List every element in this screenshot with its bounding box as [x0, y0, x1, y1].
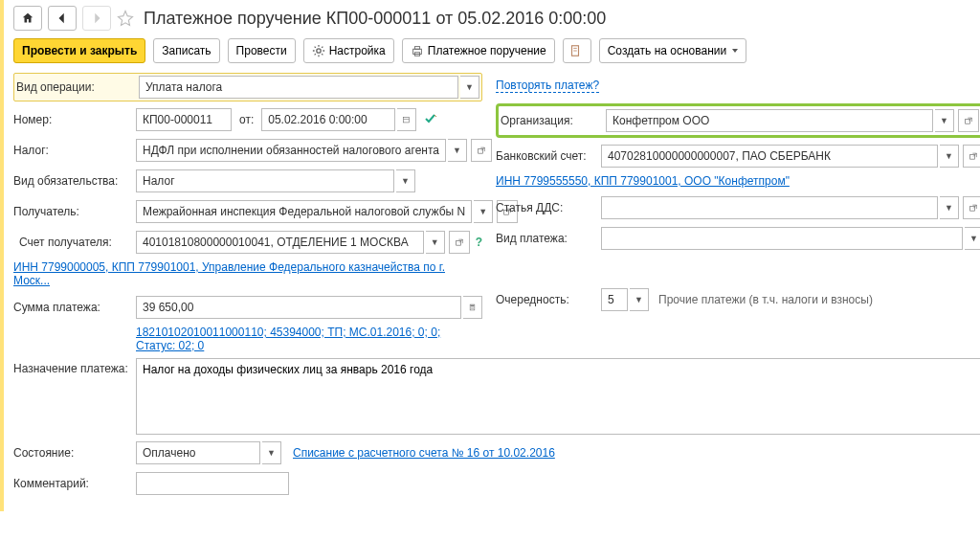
bank-account-label: Банковский счет:: [496, 149, 601, 163]
svg-point-18: [472, 307, 473, 308]
operation-type-select[interactable]: Уплата налога: [139, 76, 458, 99]
number-label: Номер:: [13, 113, 136, 126]
dds-article-dropdown[interactable]: ▼: [940, 196, 959, 219]
recipient-inn-link[interactable]: ИНН 7799000005, КПП 779901001, Управлени…: [13, 260, 445, 287]
obligation-type-dropdown[interactable]: ▼: [396, 169, 415, 192]
payment-type-label: Вид платежа:: [496, 232, 601, 245]
payment-type-dropdown[interactable]: ▼: [965, 227, 980, 250]
page-title: Платежное поручение КП00-000011 от 05.02…: [144, 9, 606, 29]
status-select[interactable]: Оплачено: [136, 441, 260, 464]
payment-order-button[interactable]: Платежное поручение: [402, 38, 555, 63]
calculator-button[interactable]: [463, 296, 482, 319]
org-inn-link[interactable]: ИНН 7799555550, КПП 779901001, ООО "Конф…: [496, 174, 790, 188]
svg-rect-27: [970, 206, 975, 211]
posted-icon: [424, 112, 437, 128]
recipient-account-open-button[interactable]: [449, 231, 470, 254]
calendar-icon: [403, 115, 410, 124]
gear-icon: [312, 44, 325, 57]
purpose-textarea[interactable]: [136, 358, 980, 435]
forward-button: [82, 6, 111, 31]
number-input[interactable]: КП00-000011: [136, 108, 232, 131]
date-input[interactable]: 05.02.2016 0:00:00: [261, 108, 395, 131]
settings-button[interactable]: Настройка: [303, 38, 394, 63]
svg-line-10: [481, 147, 484, 150]
svg-rect-7: [404, 118, 410, 123]
svg-point-17: [471, 307, 472, 308]
svg-point-20: [471, 308, 472, 309]
attachments-button[interactable]: [563, 38, 591, 63]
payment-type-select[interactable]: [601, 227, 963, 250]
status-label: Состояние:: [13, 446, 136, 460]
help-icon[interactable]: ?: [476, 236, 482, 249]
svg-point-0: [317, 49, 321, 53]
dds-article-open-button[interactable]: [963, 196, 980, 219]
svg-rect-23: [966, 119, 970, 124]
repeat-payment-link[interactable]: Повторять платеж?: [496, 79, 599, 93]
tax-dropdown[interactable]: ▼: [448, 139, 467, 162]
queue-label: Очередность:: [496, 293, 601, 306]
organization-open-button[interactable]: [958, 109, 979, 132]
organization-dropdown[interactable]: ▼: [935, 109, 954, 132]
bank-account-select[interactable]: 40702810000000000007, ПАО СБЕРБАНК: [601, 145, 938, 168]
favorite-icon[interactable]: [117, 10, 134, 27]
dds-article-select[interactable]: [601, 196, 938, 219]
purpose-label: Назначение платежа:: [13, 358, 136, 375]
operation-type-label: Вид операции:: [16, 80, 139, 94]
queue-select[interactable]: 5: [601, 288, 628, 311]
back-button[interactable]: [48, 6, 77, 31]
recipient-dropdown[interactable]: ▼: [474, 200, 493, 223]
svg-rect-16: [471, 305, 475, 306]
tax-label: Налог:: [13, 144, 136, 157]
bank-account-dropdown[interactable]: ▼: [940, 145, 959, 168]
writeoff-link[interactable]: Списание с расчетного счета № 16 от 10.0…: [293, 446, 555, 460]
printer-icon: [411, 44, 424, 57]
obligation-type-select[interactable]: Налог: [136, 169, 394, 192]
open-icon: [969, 203, 977, 214]
post-button[interactable]: Провести: [228, 38, 296, 63]
clip-icon: [568, 44, 582, 57]
organization-select[interactable]: Конфетпром ООО: [606, 109, 933, 132]
dds-article-label: Статья ДДС:: [496, 201, 601, 214]
bank-account-open-button[interactable]: [963, 145, 980, 168]
queue-dropdown[interactable]: ▼: [630, 288, 649, 311]
open-icon: [965, 116, 972, 126]
comment-input[interactable]: [136, 472, 289, 495]
operation-type-dropdown[interactable]: ▼: [460, 76, 479, 99]
svg-rect-25: [970, 154, 975, 159]
queue-note: Прочие платежи (в т.ч. налоги и взносы): [658, 293, 873, 306]
recipient-account-select[interactable]: 40101810800000010041, ОТДЕЛЕНИЕ 1 МОСКВА: [136, 231, 424, 254]
calculator-icon: [469, 303, 476, 312]
svg-point-19: [473, 307, 474, 308]
home-button[interactable]: [13, 6, 42, 31]
open-icon: [478, 146, 485, 156]
recipient-select[interactable]: Межрайонная инспекция Федеральной налого…: [136, 200, 472, 223]
recipient-account-dropdown[interactable]: ▼: [426, 231, 445, 254]
tax-open-button[interactable]: [471, 139, 492, 162]
create-based-on-button[interactable]: Создать на основании: [599, 38, 747, 63]
from-label: от:: [239, 113, 254, 126]
payment-sum-label: Сумма платежа:: [13, 301, 136, 314]
tax-select[interactable]: НДФЛ при исполнении обязанностей налогов…: [136, 139, 446, 162]
svg-point-21: [472, 308, 473, 309]
svg-rect-2: [414, 47, 419, 50]
svg-rect-13: [456, 240, 460, 245]
obligation-type-label: Вид обязательства:: [13, 174, 136, 188]
open-icon: [969, 151, 977, 162]
status-dropdown[interactable]: ▼: [262, 441, 281, 464]
payment-sum-input[interactable]: 39 650,00: [136, 296, 461, 319]
date-picker-button[interactable]: [397, 108, 416, 131]
recipient-label: Получатель:: [13, 205, 136, 218]
open-icon: [456, 237, 463, 248]
organization-label: Организация:: [501, 114, 606, 127]
svg-rect-9: [479, 148, 483, 153]
svg-line-14: [459, 239, 462, 242]
svg-point-22: [473, 308, 474, 309]
post-close-button[interactable]: Провести и закрыть: [13, 38, 145, 63]
recipient-account-label: Счет получателя:: [13, 236, 136, 249]
kbk-link[interactable]: 18210102010011000110; 45394000; ТП; МС.0…: [136, 326, 482, 352]
save-button[interactable]: Записать: [153, 38, 219, 63]
comment-label: Комментарий:: [13, 477, 136, 490]
